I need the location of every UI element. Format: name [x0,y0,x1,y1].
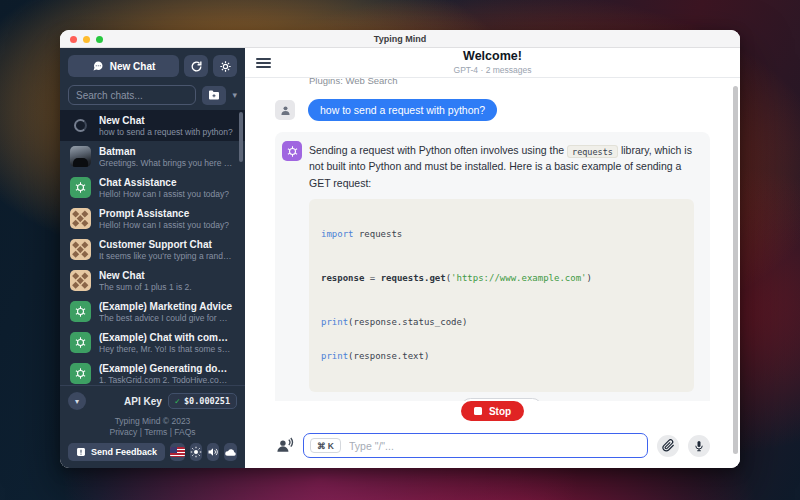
assistant-text: Sending a request with Python often invo… [309,144,564,156]
copy-code-button[interactable]: Copy Code [461,398,542,401]
chat-preview: how to send a request with python? [99,127,233,137]
language-button[interactable] [170,443,185,461]
chat-list-item[interactable]: Batman Greetings. What brings you here i… [60,141,245,172]
faqs-link[interactable]: FAQs [174,427,195,437]
feedback-icon [76,447,86,457]
user-message-bubble: how to send a request with python? [308,99,497,121]
chat-list-item[interactable]: New Chat The sum of 1 plus 1 is 2. [60,265,245,296]
stop-generating-button[interactable]: Stop [461,401,524,421]
api-cost-value: $0.000251 [184,396,230,406]
speaker-icon [207,446,219,458]
chat-bubble-icon [92,60,104,72]
cloud-icon [224,446,237,459]
plugins-status-text: Plugins: Web Search [309,78,710,86]
person-icon [279,104,292,117]
chat-list-item[interactable]: (Example) Generating domain na... 1. Tas… [60,358,245,385]
code-token: import [321,229,354,239]
collapse-sidebar-button[interactable]: ▾ [68,392,86,410]
cloud-sync-button[interactable] [224,443,237,461]
search-chats-input[interactable] [68,85,196,105]
chat-title: New Chat [99,115,233,126]
chat-title: New Chat [99,270,192,281]
terms-link[interactable]: Terms [144,427,167,437]
python-code-block: import requests response = requests.get(… [309,199,694,393]
assistant-message-card: Sending a request with Python often invo… [275,132,710,401]
diamond-pattern-avatar [70,270,91,291]
reload-button[interactable] [184,55,208,77]
openai-logo-icon [70,177,91,198]
loading-spinner-icon [70,115,91,136]
main-scrollbar[interactable] [733,86,738,454]
chat-list-item[interactable]: (Example) Chat with comedian Hey there, … [60,327,245,358]
batman-avatar [70,146,91,167]
attach-file-button[interactable] [657,435,679,457]
send-feedback-label: Send Feedback [91,447,157,457]
message-scroll-area[interactable]: Plugins: Web Search how to send a reques… [245,78,740,401]
chat-list-item[interactable]: Prompt Assistance Hello! How can I assis… [60,203,245,234]
chat-preview: It seems like you're typing a random s..… [99,251,233,261]
chat-preview: The sum of 1 plus 1 is 2. [99,282,192,292]
assistant-intro-paragraph: Sending a request with Python often invo… [309,142,694,191]
chat-list-item[interactable]: Customer Support Chat It seems like you'… [60,234,245,265]
menu-icon[interactable] [256,58,271,71]
composer-area: Stop ⌘ K [245,401,740,468]
folder-plus-icon [208,89,220,101]
chat-list-item[interactable]: New Chat how to send a request with pyth… [60,110,245,141]
close-window-button[interactable] [70,36,77,43]
user-message-row: how to send a request with python? [275,99,710,121]
paperclip-icon [662,439,675,452]
send-feedback-button[interactable]: Send Feedback [68,443,165,461]
code-token: ) [587,273,592,283]
openai-logo-icon [70,363,91,384]
new-folder-button[interactable] [202,86,226,105]
chat-title: Customer Support Chat [99,239,233,250]
chat-main-panel: Welcome! GPT-4 · 2 messages Plugins: Web… [245,48,740,468]
person-speaking-icon [275,436,294,455]
app-window: Typing Mind New Chat [60,30,740,468]
inline-code: requests [567,145,618,158]
chat-title: Batman [99,146,233,157]
openai-logo-icon [70,301,91,322]
new-chat-label: New Chat [110,61,156,72]
message-input[interactable] [349,440,641,452]
theme-toggle-button[interactable] [190,443,202,461]
code-token: requests.get [381,273,446,283]
microphone-icon [693,440,705,452]
diamond-pattern-avatar [70,239,91,260]
zoom-window-button[interactable] [96,36,103,43]
chat-list-item[interactable]: (Example) Marketing Advice The best advi… [60,296,245,327]
window-title: Typing Mind [374,34,426,44]
assistant-openai-avatar [282,141,302,161]
window-titlebar: Typing Mind [60,30,740,48]
chat-preview: 1. TaskGrid.com 2. TodoHive.com 3. Ta... [99,375,233,385]
chat-list: New Chat how to send a request with pyth… [60,110,245,385]
api-cost-badge[interactable]: ✓ $0.000251 [168,393,237,409]
desktop-background: Typing Mind New Chat [0,0,800,500]
chat-header: Welcome! GPT-4 · 2 messages [245,48,740,78]
voice-input-button[interactable] [275,436,294,455]
diamond-pattern-avatar [70,208,91,229]
sidebar: New Chat [60,48,245,468]
sidebar-scrollbar[interactable] [239,112,243,162]
privacy-link[interactable]: Privacy [109,427,137,437]
code-token: (response.status_code) [348,317,467,327]
code-token: print [321,317,348,327]
code-token: requests [354,229,403,239]
chat-title: (Example) Generating domain na... [99,363,233,374]
link-separator: | [140,427,142,437]
link-separator: | [170,427,172,437]
minimize-window-button[interactable] [83,36,90,43]
message-input-box[interactable]: ⌘ K [303,433,648,458]
code-token: = [364,273,380,283]
microphone-button[interactable] [688,435,710,457]
chat-model-subtitle: GPT-4 · 2 messages [454,65,532,75]
code-token: (response.text) [348,351,429,361]
new-chat-button[interactable]: New Chat [68,55,179,77]
sound-button[interactable] [207,443,219,461]
stop-label: Stop [489,406,511,417]
check-icon: ✓ [175,396,180,406]
settings-button[interactable] [213,55,237,77]
chat-list-item[interactable]: Chat Assistance Hello! How can I assist … [60,172,245,203]
chevron-down-icon[interactable]: ▾ [232,90,237,100]
refresh-icon [190,60,203,73]
